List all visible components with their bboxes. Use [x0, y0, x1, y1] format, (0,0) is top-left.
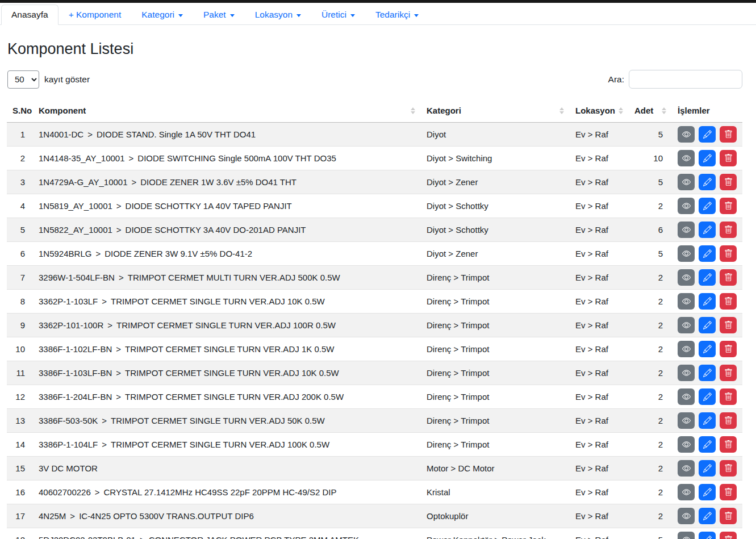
edit-button[interactable] — [699, 341, 716, 357]
view-button[interactable] — [678, 222, 695, 238]
view-button[interactable] — [678, 198, 695, 214]
nav-item-tedarik-i[interactable]: Tedarikçi — [365, 5, 429, 25]
nav-item-komponent[interactable]: + Komponent — [59, 5, 132, 25]
delete-button[interactable] — [720, 150, 737, 166]
nav-item-anasayfa[interactable]: Anasayfa — [1, 5, 59, 25]
komponent-separator: > — [87, 129, 93, 139]
pencil-icon — [703, 488, 712, 496]
cell-serial-no: 9 — [7, 314, 33, 337]
view-button[interactable] — [678, 174, 695, 190]
view-button[interactable] — [678, 508, 695, 524]
delete-button[interactable] — [720, 222, 737, 238]
view-button[interactable] — [678, 412, 695, 429]
delete-button[interactable] — [720, 126, 737, 143]
edit-button[interactable] — [699, 460, 716, 477]
view-button[interactable] — [678, 388, 695, 405]
eye-icon — [682, 154, 691, 162]
edit-button[interactable] — [699, 412, 716, 429]
edit-button[interactable] — [699, 174, 716, 190]
cell-kategori: Direnç > Trimpot — [421, 409, 570, 433]
delete-button[interactable] — [720, 365, 737, 381]
table-row: 11 3386F-1-103LF-BN>TRIMPOT CERMET SINGL… — [7, 361, 742, 385]
komponent-code: 5DJ20DC02-03T0BLB-01 — [39, 535, 136, 539]
nav-item-paket[interactable]: Paket — [193, 5, 245, 25]
komponent-separator: > — [102, 440, 107, 449]
cell-adet: 2 — [629, 385, 672, 409]
view-button[interactable] — [678, 365, 695, 381]
pencil-icon — [703, 130, 712, 139]
cell-adet: 2 — [629, 266, 672, 290]
cell-komponent: 3362P-101-100R>TRIMPOT CERMET SINGLE TUR… — [33, 314, 421, 337]
delete-button[interactable] — [720, 508, 737, 524]
cell-serial-no: 18 — [7, 528, 33, 539]
delete-button[interactable] — [720, 460, 737, 477]
delete-button[interactable] — [720, 317, 737, 333]
edit-button[interactable] — [699, 126, 716, 143]
column-header-adet[interactable]: Adet — [629, 100, 672, 123]
pencil-icon — [703, 297, 712, 306]
delete-button[interactable] — [720, 245, 737, 262]
edit-button[interactable] — [699, 150, 716, 166]
delete-button[interactable] — [720, 174, 737, 190]
chevron-down-icon — [350, 14, 355, 17]
edit-button[interactable] — [699, 198, 716, 214]
page-length-select[interactable]: 50 — [7, 70, 39, 89]
cell-lokasyon: Ev > Raf — [570, 123, 629, 147]
delete-button[interactable] — [720, 412, 737, 429]
delete-button[interactable] — [720, 269, 737, 286]
nav-item-kategori[interactable]: Kategori — [131, 5, 193, 25]
delete-button[interactable] — [720, 293, 737, 310]
table-row: 5 1N5822_AY_10001>DIODE SCHOTTKY 3A 40V … — [7, 218, 742, 242]
edit-button[interactable] — [699, 484, 716, 500]
edit-button[interactable] — [699, 317, 716, 333]
nav-item-retici[interactable]: Üretici — [311, 5, 365, 25]
view-button[interactable] — [678, 341, 695, 357]
view-button[interactable] — [678, 245, 695, 262]
cell-islemler — [672, 314, 742, 337]
pencil-icon — [703, 369, 712, 377]
edit-button[interactable] — [699, 269, 716, 286]
view-button[interactable] — [678, 436, 695, 453]
view-button[interactable] — [678, 532, 695, 539]
edit-button[interactable] — [699, 245, 716, 262]
delete-button[interactable] — [720, 388, 737, 405]
table-row: 16 40602700226>CRYSTAL 27.1412MHz HC49SS… — [7, 480, 742, 504]
cell-kategori: Kristal — [421, 480, 570, 504]
view-button[interactable] — [678, 484, 695, 500]
edit-button[interactable] — [699, 436, 716, 453]
edit-button[interactable] — [699, 293, 716, 310]
delete-button[interactable] — [720, 341, 737, 357]
column-header-komponent[interactable]: Komponent — [33, 100, 421, 123]
column-header-kategori[interactable]: Kategori — [421, 100, 570, 123]
cell-islemler — [672, 361, 742, 385]
trash-icon — [724, 202, 733, 210]
view-button[interactable] — [678, 269, 695, 286]
edit-button[interactable] — [699, 532, 716, 539]
edit-button[interactable] — [699, 365, 716, 381]
view-button[interactable] — [678, 317, 695, 333]
komponent-description: DIODE SCHOTTKY 1A 40V TAPED PANJIT — [126, 201, 292, 211]
cell-adet: 5 — [629, 528, 672, 539]
delete-button[interactable] — [720, 484, 737, 500]
trash-icon — [724, 130, 733, 139]
row-actions — [678, 508, 737, 524]
delete-button[interactable] — [720, 436, 737, 453]
eye-icon — [682, 249, 691, 258]
edit-button[interactable] — [699, 388, 716, 405]
cell-komponent: 3386F-1-102LF-BN>TRIMPOT CERMET SINGLE T… — [33, 337, 421, 361]
edit-button[interactable] — [699, 222, 716, 238]
column-header-lokasyon[interactable]: Lokasyon — [570, 100, 629, 123]
eye-icon — [682, 440, 691, 449]
delete-button[interactable] — [720, 532, 737, 539]
delete-button[interactable] — [720, 198, 737, 214]
search-input[interactable] — [629, 70, 742, 89]
view-button[interactable] — [678, 150, 695, 166]
view-button[interactable] — [678, 293, 695, 310]
edit-button[interactable] — [699, 508, 716, 524]
nav-item-lokasyon[interactable]: Lokasyon — [245, 5, 311, 25]
view-button[interactable] — [678, 460, 695, 477]
eye-icon — [682, 488, 691, 496]
search-control: Ara: — [608, 70, 742, 89]
komponent-description: TRIMPOT CERMET SINGLE TURN VER.ADJ 100K … — [111, 440, 329, 449]
view-button[interactable] — [678, 126, 695, 143]
